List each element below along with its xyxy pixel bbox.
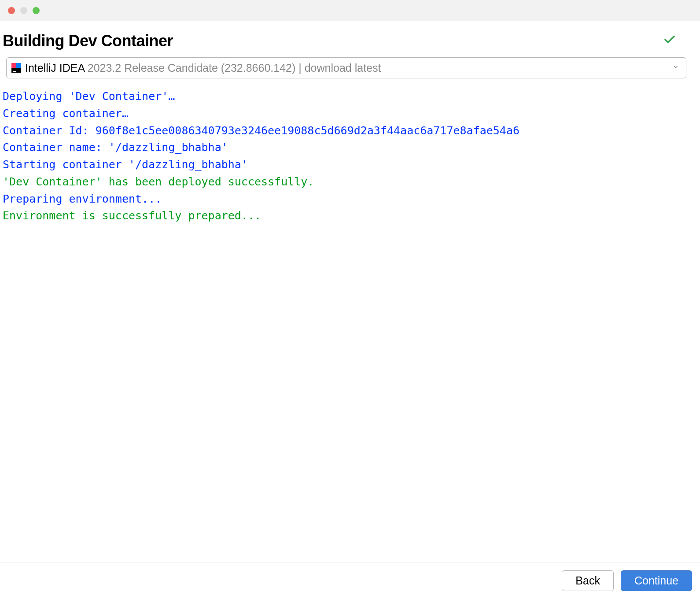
log-line: Preparing environment...: [3, 191, 697, 208]
back-button[interactable]: Back: [562, 570, 614, 591]
intellij-icon: [11, 63, 22, 73]
log-line: Deploying 'Dev Container'…: [3, 88, 697, 105]
log-line: Environment is successfully prepared...: [3, 207, 697, 225]
continue-button[interactable]: Continue: [621, 570, 692, 591]
window-titlebar: [0, 0, 700, 21]
product-version: 2023.2 Release Candidate (232.8660.142) …: [85, 62, 381, 74]
product-name: IntelliJ IDEA: [25, 62, 85, 74]
dialog-footer: Back Continue: [0, 562, 700, 599]
log-line: Creating container…: [3, 105, 697, 122]
maximize-window-button[interactable]: [33, 7, 40, 14]
log-line: Container name: '/dazzling_bhabha': [3, 139, 697, 156]
dropdown-selected-text: IntelliJ IDEA 2023.2 Release Candidate (…: [25, 62, 669, 74]
close-window-button[interactable]: [8, 7, 15, 14]
svg-rect-4: [13, 71, 16, 72]
log-line: 'Dev Container' has been deployed succes…: [3, 174, 697, 191]
svg-rect-3: [11, 68, 21, 73]
svg-rect-1: [11, 63, 16, 68]
ide-version-dropdown[interactable]: IntelliJ IDEA 2023.2 Release Candidate (…: [6, 57, 686, 78]
minimize-window-button[interactable]: [20, 7, 27, 14]
log-line: Container Id: 960f8e1c5ee0086340793e3246…: [3, 122, 697, 140]
success-checkmark-icon: [663, 33, 676, 49]
svg-rect-2: [16, 63, 21, 68]
chevron-down-icon: [673, 64, 679, 72]
log-line: Starting container '/dazzling_bhabha': [3, 156, 697, 174]
build-log: Deploying 'Dev Container'…Creating conta…: [0, 78, 700, 225]
dialog-header: Building Dev Container: [0, 21, 700, 57]
page-title: Building Dev Container: [3, 32, 173, 50]
